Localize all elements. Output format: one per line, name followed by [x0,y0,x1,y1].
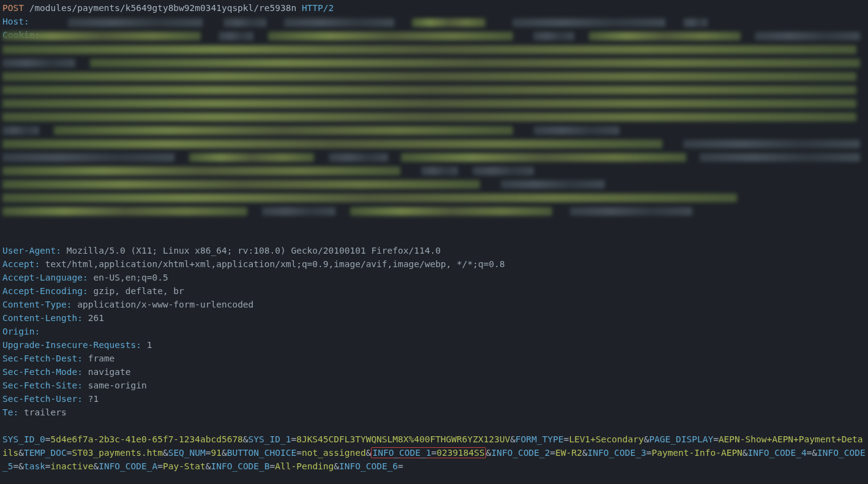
body-amp: & [743,448,748,458]
header-colon: : [77,354,88,363]
body-param[interactable]: SYS_ID_0=5d4e6f7a-2b3c-41e0-65f7-1234abc… [2,434,243,444]
body-param[interactable]: INFO_CODE_4= [748,448,812,458]
header-name: Host [2,17,24,26]
header-name: Content-Type [2,300,67,309]
header-value: 261 [88,313,104,323]
body-key: INFO_CODE_6 [339,461,398,471]
header-value: ?1 [88,394,99,404]
body-param[interactable]: BUTTON_CHOICE=not_assigned [227,448,366,458]
header-name: Accept-Encoding [2,286,83,296]
body-eq: = [206,448,211,458]
body-eq: = [157,461,163,471]
body-amp: & [222,448,227,458]
body-eq: = [398,461,403,471]
header-colon: : [83,286,93,296]
header-name: Content-Length [2,313,77,323]
body-amp: & [206,461,211,471]
body-eq: = [270,461,275,471]
body-eq: = [67,448,72,458]
header-name: Sec-Fetch-User [2,394,77,404]
body-param[interactable]: INFO_CODE_6= [339,461,403,471]
body-key: TEMP_DOC [24,448,67,458]
header-name: Te [2,407,13,417]
body-eq: = [296,448,302,458]
body-param[interactable]: INFO_CODE_B=All-Pending [211,461,334,471]
header-name: User-Agent [2,246,56,255]
header-colon: : [77,380,88,390]
body-amp: & [582,448,588,458]
header-colon: : [34,259,45,269]
header-colon: : [77,394,88,404]
header-colon: : [77,367,88,377]
header-value: frame [88,354,115,363]
body-amp: & [18,448,24,458]
header-value: gzip, deflate, br [93,286,184,296]
header-colon: : [13,407,23,417]
header-colon: : [67,300,77,309]
http-protocol: HTTP/2 [302,3,334,13]
header-value: trailers [24,407,67,417]
body-key: INFO_CODE_1 [372,448,431,458]
http-method: POST [2,3,24,13]
body-param[interactable]: INFO_CODE_1=0239184SS [371,447,485,458]
body-key: task [24,461,45,471]
body-param[interactable]: task=inactive [24,461,94,471]
header-name: Cookie [2,30,34,40]
body-key: INFO_CODE_2 [492,448,550,458]
http-request-text[interactable]: POST /modules/payments/k5649gty8bw92m034… [0,0,868,475]
body-amp: & [334,461,339,471]
header-name: Origin [2,327,34,336]
body-key: INFO_CODE_3 [588,448,646,458]
body-param[interactable]: INFO_CODE_3=Payment-Info-AEPN [588,448,743,458]
body-eq: = [45,461,51,471]
body-eq: = [431,448,436,458]
header-value: 1 [147,340,152,350]
body-key: BUTTON_CHOICE [227,448,297,458]
body-amp: & [93,461,99,471]
body-amp: & [812,448,817,458]
body-param[interactable]: FORM_TYPE=LEV1+Secondary [515,434,644,444]
body-value: 91 [211,448,222,458]
body-key: FORM_TYPE [515,434,564,444]
body-key: INFO_CODE_4 [748,448,807,458]
header-colon: : [136,340,146,350]
body-value: LEV1+Secondary [569,434,643,444]
header-value: application/x-www-form-urlencoded [77,300,253,309]
body-value: 0239184SS [436,448,485,458]
body-eq: = [13,461,18,471]
body-eq: = [291,434,296,444]
body-param[interactable]: INFO_CODE_2=EW-R2 [492,448,582,458]
body-param[interactable]: TEMP_DOC=ST03_payments.htm [24,448,163,458]
header-colon: : [56,246,66,255]
header-colon: : [24,17,34,26]
body-param[interactable]: SYS_ID_1=8JKS45CDFL3TYWQNSLM8X%400FTHGWR… [249,434,511,444]
header-colon: : [34,30,45,40]
body-value: inactive [51,461,94,471]
body-value: ST03_payments.htm [72,448,163,458]
body-value: 8JKS45CDFL3TYWQNSLM8X%400FTHGWR6YZX123UV [296,434,510,444]
header-colon: : [77,313,88,323]
body-key: SYS_ID_0 [2,434,45,444]
http-path: /modules/payments/k5649gty8bw92m0341yqsp… [29,3,297,13]
body-value: EW-R2 [555,448,582,458]
body-eq: = [550,448,556,458]
body-value: All-Pending [275,461,334,471]
body-amp: & [18,461,24,471]
body-amp: & [243,434,249,444]
header-name: Upgrade-Insecure-Requests [2,340,136,350]
body-amp: & [163,448,168,458]
body-key: SYS_ID_1 [249,434,291,444]
header-value: Mozilla/5.0 (X11; Linux x86_64; rv:108.0… [67,246,441,255]
header-colon: : [83,273,93,282]
body-param[interactable]: SEQ_NUM=91 [168,448,222,458]
body-key: INFO_CODE_B [211,461,270,471]
header-value: en-US,en;q=0.5 [93,273,168,282]
body-eq: = [45,434,51,444]
body-param[interactable]: INFO_CODE_A=Pay-Stat [99,461,206,471]
body-eq: = [713,434,719,444]
body-value: 5d4e6f7a-2b3c-41e0-65f7-1234abcd5678 [51,434,243,444]
body-key: SEQ_NUM [168,448,206,458]
header-value: text/html,application/xhtml+xml,applicat… [45,259,505,269]
body-value: not_assigned [302,448,366,458]
body-amp: & [486,448,492,458]
